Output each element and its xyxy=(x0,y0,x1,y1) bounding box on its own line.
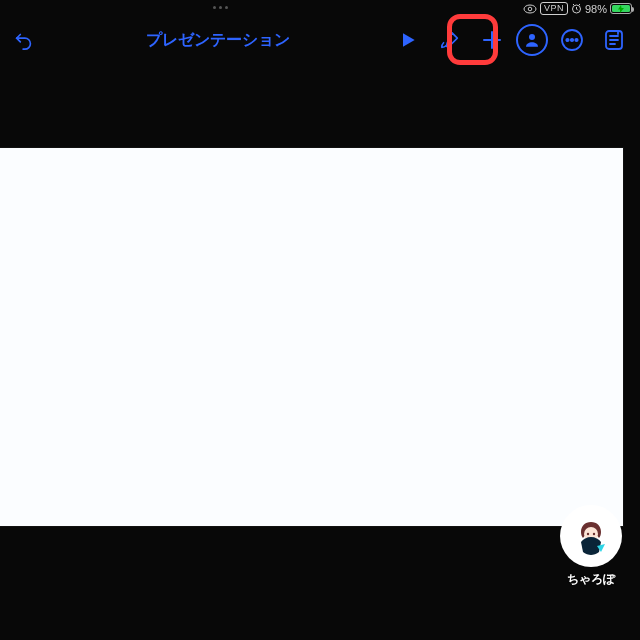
play-button[interactable] xyxy=(390,22,426,58)
user-badge[interactable]: ちゃろぽ xyxy=(560,505,622,588)
status-bar: VPN 98% xyxy=(523,2,632,15)
user-name-label: ちゃろぽ xyxy=(567,571,615,588)
dot-icon xyxy=(219,6,222,9)
svg-point-3 xyxy=(529,34,535,40)
alarm-icon xyxy=(571,3,582,14)
vpn-badge: VPN xyxy=(540,2,568,15)
battery-icon xyxy=(610,3,632,14)
document-menu-button[interactable] xyxy=(596,22,632,58)
battery-percent: 98% xyxy=(585,3,607,15)
brush-button[interactable] xyxy=(432,22,468,58)
avatar xyxy=(560,505,622,567)
dot-icon xyxy=(213,6,216,9)
svg-point-5 xyxy=(566,39,568,41)
more-button[interactable] xyxy=(554,22,590,58)
svg-point-7 xyxy=(575,39,577,41)
document-title[interactable]: プレゼンテーション xyxy=(146,30,290,51)
toolbar: プレゼンテーション xyxy=(0,18,640,62)
slide-canvas[interactable] xyxy=(0,148,623,526)
undo-button[interactable] xyxy=(6,22,42,58)
collaborate-button[interactable] xyxy=(516,24,548,56)
drag-handle[interactable] xyxy=(213,6,228,9)
svg-point-0 xyxy=(524,5,536,13)
dot-icon xyxy=(225,6,228,9)
svg-point-12 xyxy=(593,533,595,535)
svg-point-1 xyxy=(528,7,532,11)
eye-icon xyxy=(523,4,537,14)
add-button[interactable] xyxy=(474,22,510,58)
svg-point-11 xyxy=(587,533,589,535)
svg-point-6 xyxy=(571,39,573,41)
